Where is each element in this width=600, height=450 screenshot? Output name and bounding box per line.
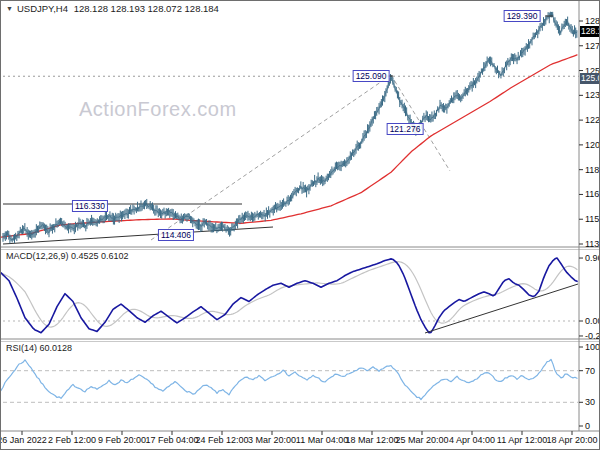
price-axis-label: 118.680 xyxy=(585,165,600,175)
time-axis-label: 18 Mar 12:00 xyxy=(345,435,398,445)
price-axis-label: 120.380 xyxy=(585,140,600,150)
price-axis-label: 115.280 xyxy=(585,214,600,224)
ohlc-values: 128.128 128.193 128.072 128.184 xyxy=(74,3,219,14)
marked-level-tag: 125.090 xyxy=(580,73,600,84)
rsi-axis-label: 100 xyxy=(585,342,600,352)
price-axis-label: 128.880 xyxy=(585,16,600,26)
price-annotation-114.406[interactable]: 114.406 xyxy=(158,229,194,241)
watermark: ActionForex.com xyxy=(79,98,237,121)
price-annotation-125.090[interactable]: 125.090 xyxy=(353,70,390,82)
price-axis-label: 127.180 xyxy=(585,41,600,51)
time-axis-label: 24 Feb 12:00 xyxy=(195,435,248,445)
rsi-axis-label: 0 xyxy=(585,421,590,431)
rsi-axis-label: 30 xyxy=(585,397,595,407)
price-axis-label: 113.580 xyxy=(585,239,600,249)
price-annotation-116.330[interactable]: 116.330 xyxy=(72,200,108,212)
time-axis-label: 25 Mar 20:00 xyxy=(395,435,448,445)
price-axis-label: 122.080 xyxy=(585,115,600,125)
symbol-dropdown-icon[interactable]: ▼ xyxy=(6,5,13,12)
time-axis-label: 3 Mar 20:00 xyxy=(248,435,296,445)
time-axis-label: 4 Apr 04:00 xyxy=(449,435,495,445)
macd-axis-label: -0.2305 xyxy=(585,331,600,341)
current-price-tag: 128.184 xyxy=(580,26,600,37)
price-annotation-121.276[interactable]: 121.276 xyxy=(387,123,424,135)
chart-canvas[interactable]: 128.880127.180125.480123.780122.080120.3… xyxy=(1,1,600,450)
rsi-axis-label: 70 xyxy=(585,366,595,376)
chart-title: ▼USDJPY,H4 128.128 128.193 128.072 128.1… xyxy=(6,3,219,14)
price-axis-label: 123.780 xyxy=(585,90,600,100)
price-annotation-129.390[interactable]: 129.390 xyxy=(504,10,541,22)
time-axis-label: 2 Feb 12:00 xyxy=(48,435,96,445)
price-axis-label: 116.980 xyxy=(585,189,600,199)
symbol-timeframe-label: USDJPY,H4 xyxy=(17,3,68,14)
time-axis-label: 18 Apr 20:00 xyxy=(546,435,597,445)
time-axis-label: 11 Mar 04:00 xyxy=(296,435,348,445)
macd-axis-label: 0.00 xyxy=(585,316,600,326)
time-axis-label: 9 Feb 20:00 xyxy=(98,435,146,445)
rsi-line xyxy=(1,359,577,399)
chart-window: ▼USDJPY,H4 128.128 128.193 128.072 128.1… xyxy=(0,0,600,450)
time-axis-label: 17 Feb 04:00 xyxy=(145,435,198,445)
time-axis-label: 11 Apr 12:00 xyxy=(497,435,547,445)
macd-axis-label: 0.9686 xyxy=(585,253,600,263)
macd-indicator-label: MACD(12,26,9) 0.4525 0.6102 xyxy=(6,251,129,261)
time-axis-label: 26 Jan 2022 xyxy=(1,435,47,445)
rsi-indicator-label: RSI(14) 60.0128 xyxy=(6,343,72,353)
